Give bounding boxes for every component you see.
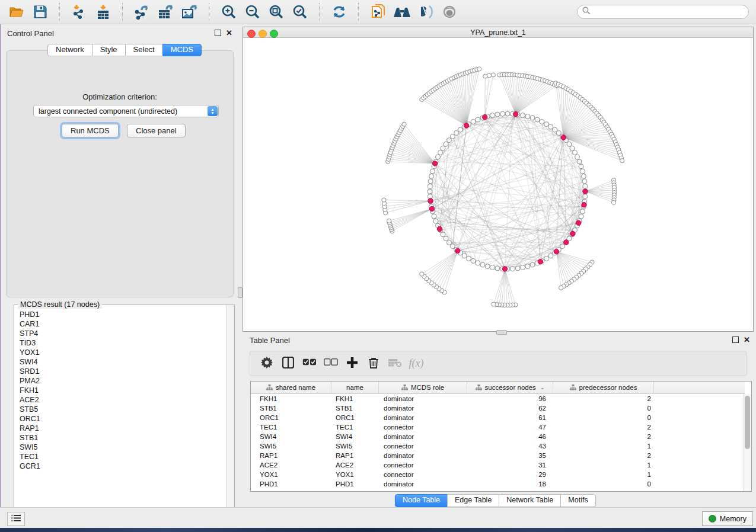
float-icon[interactable] [215, 30, 221, 36]
zoom-selected-button[interactable] [288, 2, 312, 22]
mcds-result-item[interactable]: YOX1 [20, 348, 228, 357]
mcds-result-item[interactable]: PHD1 [20, 310, 228, 319]
columns-button[interactable] [277, 353, 299, 374]
table-row[interactable]: FKH1FKH1dominator962 [251, 394, 745, 403]
mcds-result-item[interactable]: ORC1 [20, 414, 228, 424]
delete-button[interactable] [363, 353, 384, 374]
table-row[interactable]: YOX1YOX1connector291 [251, 470, 745, 479]
scrollbar-thumb[interactable] [745, 396, 750, 449]
zoom-fit-button[interactable] [264, 2, 288, 22]
zoom-in-button[interactable] [217, 2, 241, 22]
settings-gear-button[interactable] [256, 353, 277, 374]
vertical-splitter[interactable] [237, 27, 243, 507]
search-field[interactable] [577, 5, 749, 19]
tab-motifs[interactable]: Motifs [560, 494, 595, 507]
deselect-all-button[interactable] [320, 353, 342, 374]
import-table-button[interactable] [91, 2, 115, 22]
delete-table-button[interactable] [384, 353, 406, 374]
table-cell: 1 [553, 470, 654, 479]
network-file-button[interactable] [366, 2, 390, 22]
tab-style[interactable]: Style [92, 44, 126, 56]
column-header-shared-name[interactable]: shared name [251, 382, 331, 393]
open-button[interactable] [5, 2, 28, 22]
export-table-button[interactable] [154, 2, 178, 22]
mcds-result-item[interactable]: SWI5 [20, 443, 228, 452]
mcds-result-item[interactable]: FKH1 [20, 386, 228, 395]
binoculars-button[interactable] [390, 2, 414, 22]
add-button[interactable] [342, 353, 363, 374]
run-mcds-button[interactable]: Run MCDS [62, 124, 119, 137]
save-button[interactable] [28, 2, 52, 22]
select-all-button[interactable] [299, 353, 320, 374]
tab-network-table[interactable]: Network Table [499, 494, 561, 507]
memory-button[interactable]: Memory [702, 511, 753, 526]
table-row[interactable]: STB1STB1dominator620 [251, 403, 745, 413]
close-panel-button[interactable]: Close panel [127, 124, 186, 137]
table-cell: SWI5 [251, 441, 331, 451]
tab-node-table[interactable]: Node Table [395, 494, 448, 507]
export-table-icon [157, 4, 175, 20]
tab-select[interactable]: Select [125, 44, 163, 56]
eye-button[interactable] [438, 2, 461, 22]
mcds-result-item[interactable]: STB5 [20, 405, 228, 414]
mcds-result-scrollbar[interactable] [226, 305, 234, 521]
list-button[interactable] [7, 512, 25, 526]
column-header-successor-nodes[interactable]: successor nodes ⌄ [467, 382, 553, 393]
toolbar-separator [209, 3, 210, 21]
table-row[interactable]: SWI4SWI4dominator462 [251, 432, 745, 441]
table-row[interactable]: SWI5SWI5connector431 [251, 441, 745, 451]
export-image-button[interactable] [178, 2, 202, 22]
network-titlebar[interactable]: YPA_prune.txt_1 [243, 27, 754, 38]
table-scrollbar[interactable] [744, 394, 751, 491]
table-row[interactable]: RAP1RAP1dominator352 [251, 451, 745, 460]
mcds-result-item[interactable]: RAP1 [20, 424, 228, 433]
optimization-criterion-dropdown[interactable]: largest connected component (undirected)… [33, 105, 219, 117]
close-icon[interactable]: ✕ [744, 336, 750, 343]
function-builder-button[interactable]: f(x) [406, 353, 427, 374]
table-cell: 62 [467, 403, 553, 413]
import-network-button[interactable] [68, 2, 91, 22]
mcds-result-item[interactable]: ACE2 [20, 395, 228, 405]
table-cell: 96 [467, 394, 553, 403]
mcds-result-box: MCDS result (17 nodes) PHD1CAR1STP4TID3Y… [14, 305, 235, 522]
mcds-result-item[interactable]: GCR1 [20, 462, 228, 471]
zoom-out-button[interactable] [241, 2, 264, 22]
table-cell: STB1 [331, 403, 379, 413]
zoom-in-icon [221, 4, 237, 20]
table-cell: FKH1 [331, 394, 379, 403]
table-row[interactable]: PHD1PHD1dominator180 [251, 479, 745, 489]
optimization-criterion-label: Optimization criterion: [7, 92, 233, 101]
visibility-button[interactable] [414, 2, 438, 22]
binoculars-icon [393, 5, 411, 18]
table-row[interactable]: TEC1TEC1connector472 [251, 422, 745, 432]
export-network-button[interactable] [130, 2, 154, 22]
mcds-result-item[interactable]: TID3 [20, 338, 228, 348]
search-input[interactable] [594, 7, 744, 17]
column-header-predecessor-nodes[interactable]: predecessor nodes [553, 382, 654, 393]
network-canvas[interactable] [243, 38, 754, 332]
mcds-result-item[interactable]: STB1 [20, 433, 228, 443]
tab-network[interactable]: Network [47, 44, 92, 56]
mcds-result-item[interactable]: SRD1 [20, 367, 228, 376]
splitter-grip[interactable] [238, 287, 243, 298]
table-row[interactable]: ACE2ACE2connector311 [251, 460, 745, 470]
tab-mcds[interactable]: MCDS [162, 44, 202, 56]
network-graph [243, 38, 753, 331]
control-panel: Control Panel ✕ Network Style Select MCD… [1, 27, 237, 507]
table-row[interactable]: ORC1ORC1dominator610 [251, 413, 745, 422]
refresh-button[interactable] [327, 2, 351, 22]
network-file-icon [371, 4, 386, 20]
close-icon[interactable]: ✕ [226, 30, 232, 36]
mcds-result-item[interactable]: TEC1 [20, 452, 228, 462]
float-icon[interactable] [732, 336, 739, 343]
table-cell: RAP1 [331, 451, 379, 460]
column-header-name[interactable]: name [331, 382, 379, 393]
mcds-result-item[interactable]: CAR1 [20, 319, 228, 329]
table-cell: connector [379, 441, 467, 451]
mcds-result-item[interactable]: PMA2 [20, 376, 228, 386]
mcds-result-item[interactable]: SWI4 [20, 357, 228, 367]
table-cell: dominator [379, 403, 467, 413]
mcds-result-item[interactable]: STP4 [20, 329, 228, 338]
column-header-mcds-role[interactable]: MCDS role [379, 382, 467, 393]
tab-edge-table[interactable]: Edge Table [447, 494, 499, 507]
